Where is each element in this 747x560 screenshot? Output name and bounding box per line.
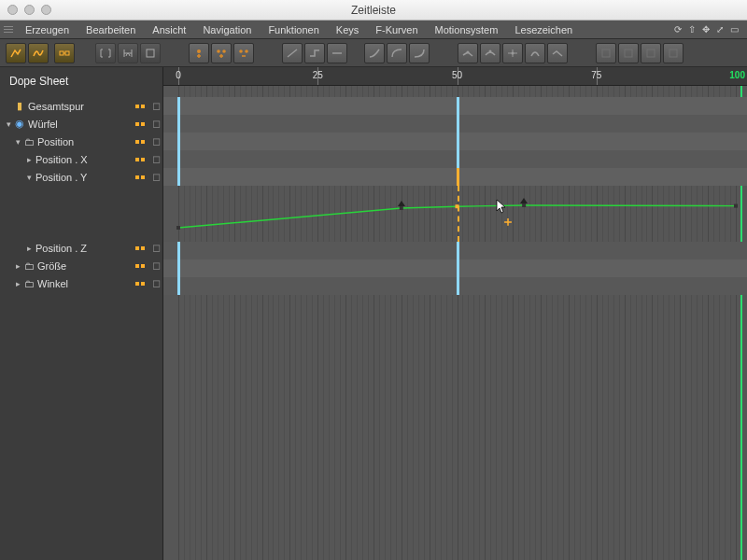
menu-bearbeiten[interactable]: Bearbeiten [78,21,144,39]
keyframe[interactable] [177,97,180,115]
expand-arrow-icon[interactable]: ▾ [24,173,34,182]
keyframe[interactable] [177,242,180,259]
expand-arrow-icon[interactable]: ▸ [24,155,34,164]
lane-master[interactable] [163,97,747,115]
playhead[interactable] [458,186,459,242]
menu-fkurven[interactable]: F-Kurven [367,21,426,39]
add-key-button[interactable] [189,43,209,63]
track-position-x[interactable]: ▸ Position . X ◻ [0,150,162,168]
menubar-grip[interactable] [4,26,13,33]
remove-keys-button[interactable] [233,43,254,63]
curve-area[interactable]: ＋ [163,186,747,242]
mute-toggle[interactable]: ◻ [149,100,162,112]
key-dots[interactable] [131,105,149,108]
key-dots[interactable] [131,175,149,179]
mode-fcurve-button[interactable] [28,43,49,63]
menu-navigation[interactable]: Navigation [194,21,260,39]
mute-toggle[interactable]: ◻ [149,259,162,272]
track-cube[interactable]: ▾ ◉ Würfel ◻ [0,115,162,133]
extra-1-button[interactable] [596,43,616,63]
menu-lesezeichen[interactable]: Lesezeichen [506,21,581,39]
tangent-easeout-button[interactable] [409,43,430,63]
nav-dock-icon[interactable]: ▭ [728,24,740,35]
key-dots[interactable] [131,282,149,286]
keyframe[interactable] [457,277,459,295]
add-keys-button[interactable] [211,43,232,63]
keyframe[interactable] [457,150,459,168]
zoom-dot[interactable] [41,5,51,15]
lane-cube[interactable] [163,115,747,133]
extra-3-button[interactable] [641,43,661,63]
track-position-z[interactable]: ▸ Position . Z ◻ [0,239,162,257]
track-master[interactable]: ▮ Gesamtspur ◻ [0,97,162,115]
lane-pos-x[interactable] [163,150,747,168]
key-dots[interactable] [131,140,149,144]
mute-toggle[interactable]: ◻ [149,118,162,130]
link-button[interactable] [54,43,75,63]
nav-move-icon[interactable]: ✥ [700,24,712,35]
keyframe[interactable] [177,168,180,186]
keyframe[interactable] [457,133,459,150]
mute-toggle[interactable]: ◻ [149,171,162,183]
tangent-handle[interactable] [520,198,528,203]
tangent-step-button[interactable] [304,43,325,63]
tangent-handle[interactable] [398,201,405,206]
lane-size[interactable] [163,259,747,277]
track-size[interactable]: ▸ 🗀 Größe ◻ [0,257,162,274]
key-dots[interactable] [131,246,149,250]
key-dots[interactable] [131,264,149,268]
keyframe[interactable] [177,133,180,150]
extra-2-button[interactable] [618,43,639,63]
tangent-easein-button[interactable] [387,43,407,63]
expand-arrow-icon[interactable]: ▾ [13,137,22,147]
timeline-tracks[interactable]: ＋ [163,86,747,560]
clamp-tangent-button[interactable] [525,43,545,63]
keyframe[interactable] [177,150,180,168]
track-position[interactable]: ▾ 🗀 Position ◻ [0,133,162,150]
lane-position[interactable] [163,133,747,150]
frame-all-button[interactable] [95,43,116,63]
lane-pos-z[interactable] [163,242,747,259]
keyframe[interactable] [457,115,459,133]
mute-toggle[interactable]: ◻ [149,277,162,289]
mute-toggle[interactable]: ◻ [149,242,162,254]
frame-range-button[interactable] [140,43,161,63]
key-dots[interactable] [131,122,149,126]
traffic-lights[interactable] [7,5,51,15]
keyframe[interactable] [177,115,180,133]
keyframe[interactable] [457,242,459,259]
break-tangent-button[interactable] [458,43,478,63]
keyframe[interactable] [457,168,459,186]
tangent-linear-button[interactable] [282,43,303,63]
lane-pos-y[interactable] [163,168,747,186]
mute-toggle[interactable]: ◻ [149,153,162,165]
nav-up-icon[interactable]: ⇧ [686,24,698,35]
track-angle[interactable]: ▸ 🗀 Winkel ◻ [0,274,162,292]
expand-arrow-icon[interactable]: ▸ [13,279,22,288]
close-dot[interactable] [7,5,18,15]
nav-icon[interactable]: ⟳ [672,24,684,35]
minimize-dot[interactable] [24,5,35,15]
extra-4-button[interactable] [663,43,684,63]
mode-dopesheet-button[interactable] [6,43,26,63]
timeline[interactable]: 100 0255075 ＋ [163,67,747,560]
weighted-tangent-button[interactable] [547,43,568,63]
track-position-y[interactable]: ▾ Position . Y ◻ [0,168,162,186]
expand-arrow-icon[interactable]: ▾ [4,119,13,129]
unify-tangent-button[interactable] [480,43,500,63]
tangent-flat-button[interactable] [327,43,347,63]
keyframe[interactable] [177,259,180,277]
tangent-ease-button[interactable] [364,43,385,63]
timeline-ruler[interactable]: 100 0255075 [163,67,747,86]
expand-arrow-icon[interactable]: ▸ [24,244,34,253]
menu-ansicht[interactable]: Ansicht [144,21,194,39]
expand-arrow-icon[interactable]: ▸ [13,261,22,271]
menu-motionsystem[interactable]: Motionsystem [427,21,507,39]
keyframe[interactable] [457,97,459,115]
menu-funktionen[interactable]: Funktionen [260,21,327,39]
mute-toggle[interactable]: ◻ [149,135,162,147]
nav-zoom-icon[interactable]: ⤢ [714,24,726,35]
keyframe[interactable] [177,277,180,295]
key-dots[interactable] [131,158,149,161]
auto-tangent-button[interactable] [502,43,523,63]
